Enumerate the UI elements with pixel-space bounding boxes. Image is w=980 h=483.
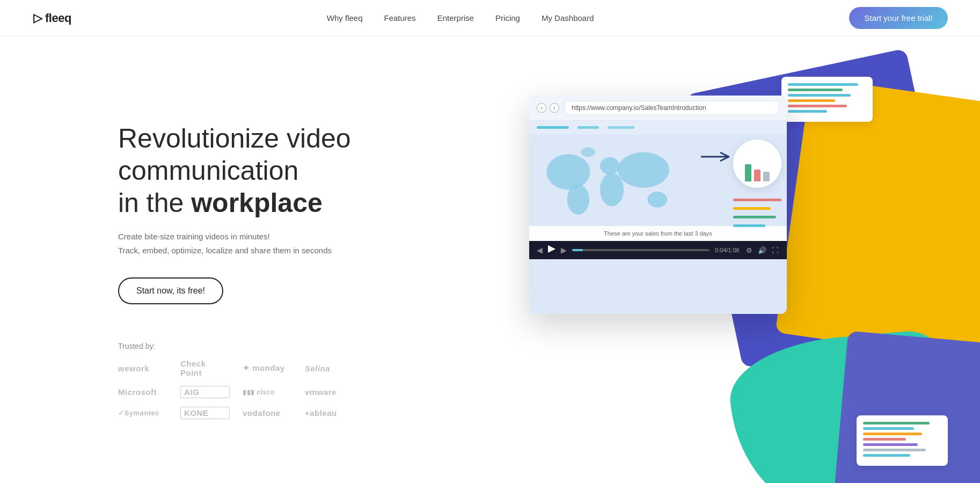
code-line-6: [788, 110, 827, 113]
bar-chart-circle: [733, 140, 781, 188]
world-map-area: [529, 134, 787, 225]
progress-bar[interactable]: [572, 249, 710, 251]
svg-point-4: [618, 152, 669, 187]
video-controls: ◀ ▶ 0:04/1:06 ⚙ 🔊 ⛶: [529, 241, 787, 259]
logo-checkpoint: Check Point: [180, 359, 230, 377]
logo-microsoft: Microsoft: [118, 386, 167, 398]
text-line-3: [733, 216, 776, 218]
nav-my-dashboard[interactable]: My Dashboard: [542, 13, 594, 23]
logo-kone: KONE: [180, 407, 230, 419]
play-triangle: [548, 245, 555, 253]
fullscreen-icon[interactable]: ⛶: [771, 246, 779, 254]
logo[interactable]: ▷ fleeq: [32, 11, 71, 25]
svg-point-2: [600, 157, 620, 174]
next-icon[interactable]: ▶: [561, 246, 567, 254]
code-line-3: [788, 94, 851, 97]
browser-back-btn[interactable]: ‹: [537, 103, 546, 113]
logo-selina: Selina: [305, 359, 354, 377]
hero-cta-button[interactable]: Start now, its free!: [118, 277, 223, 304]
progress-fill: [572, 249, 583, 251]
bg-shape-purple: [833, 331, 980, 483]
nav-pricing[interactable]: Pricing: [495, 13, 520, 23]
svg-point-1: [567, 185, 589, 215]
map-arrow-container: [701, 150, 733, 165]
browser-mockup: ‹ › https://www.company.io/SalesTeamIntr…: [529, 96, 787, 314]
browser-tab-2: [577, 126, 599, 129]
hero-text-block: Revolutionize video communication in the…: [118, 79, 451, 419]
nav-why-fleeq[interactable]: Why fleeq: [327, 13, 363, 23]
caption-text: These are your sales from the last 3 day…: [604, 230, 712, 237]
text-line-1: [733, 199, 781, 201]
text-line-2: [733, 207, 771, 210]
code-line-b1: [863, 422, 930, 425]
volume-icon[interactable]: 🔊: [758, 246, 766, 254]
nav-features[interactable]: Features: [384, 13, 416, 23]
time-display: 0:04/1:06: [715, 247, 740, 253]
code-line-b7: [863, 454, 910, 457]
logo-icon: ▷: [32, 13, 43, 24]
caption-bar: These are your sales from the last 3 day…: [529, 225, 787, 241]
text-line-4: [733, 224, 765, 227]
svg-point-3: [600, 173, 624, 206]
logo-cisco: ▮▮▮ cisco: [243, 386, 292, 398]
trusted-label: Trusted by:: [118, 342, 451, 350]
bar-pink: [754, 170, 760, 181]
play-icon[interactable]: [548, 245, 555, 255]
code-line-b4: [863, 438, 906, 441]
nav-enterprise[interactable]: Enterprise: [437, 13, 474, 23]
hero-title-bold: workplace: [191, 188, 323, 218]
bg-shape-blue: [685, 48, 964, 368]
nav-links: Why fleeq Features Enterprise Pricing My…: [327, 13, 594, 23]
code-line-2: [788, 89, 843, 91]
prev-icon[interactable]: ◀: [537, 246, 543, 254]
logo-monday: ✦ monday: [243, 359, 292, 377]
logo-aig: AIG: [180, 386, 230, 398]
browser-url-bar[interactable]: https://www.company.io/SalesTeamIntroduc…: [565, 101, 779, 115]
code-line-b6: [863, 449, 926, 451]
time-total: 1:06: [728, 247, 740, 253]
code-line-4: [788, 99, 835, 102]
svg-point-6: [581, 148, 596, 157]
browser-forward-btn[interactable]: ›: [550, 103, 559, 113]
hero-subtitle-line1: Create bite-size training videos in minu…: [118, 232, 270, 241]
browser-nav-buttons: ‹ ›: [537, 103, 559, 113]
browser-bar: ‹ › https://www.company.io/SalesTeamIntr…: [529, 96, 787, 121]
arrow-icon: [701, 150, 733, 163]
code-line-b2: [863, 427, 914, 430]
bg-shape-green: [726, 327, 966, 483]
logo-symantec: ✓Symantec: [118, 407, 167, 419]
trusted-by-section: Trusted by: wework Check Point ✦ monday …: [118, 342, 451, 419]
hero-section: Revolutionize video communication in the…: [0, 36, 980, 483]
logo-wework: wework: [118, 359, 167, 377]
browser-tab-1: [537, 126, 569, 129]
code-line-b3: [863, 433, 922, 435]
hero-title-line1: Revolutionize video communication: [118, 123, 351, 186]
logos-grid: wework Check Point ✦ monday Selina Micro…: [118, 359, 354, 419]
svg-point-5: [647, 192, 667, 207]
hero-visual: ‹ › https://www.company.io/SalesTeamIntr…: [497, 36, 980, 483]
code-card-top: [781, 77, 873, 122]
settings-icon[interactable]: ⚙: [745, 246, 754, 254]
ctrl-icons: ⚙ 🔊 ⛶: [745, 246, 779, 254]
svg-point-0: [546, 154, 590, 189]
browser-tab-3: [608, 126, 634, 129]
bg-shape-yellow: [775, 77, 980, 361]
hero-subtitle-line2: Track, embed, optimize, localize and sha…: [118, 246, 332, 255]
hero-title-line2: in the: [118, 188, 191, 218]
code-line-5: [788, 105, 847, 107]
logo-text: fleeq: [45, 11, 71, 25]
bar-gray: [763, 172, 770, 181]
nav-cta-button[interactable]: Start your free trial!: [849, 7, 948, 29]
code-line-b5: [863, 443, 918, 446]
code-card-bottom: [857, 415, 948, 466]
browser-content: These are your sales from the last 3 day…: [529, 121, 787, 314]
logo-tableau: +ableau: [305, 407, 354, 419]
logo-vmware: vmware: [305, 386, 354, 398]
navbar: ▷ fleeq Why fleeq Features Enterprise Pr…: [0, 0, 980, 36]
world-map-svg: [537, 140, 687, 220]
hero-title: Revolutionize video communication in the…: [118, 122, 429, 219]
hero-subtitle: Create bite-size training videos in minu…: [118, 230, 451, 257]
time-current: 0:04: [715, 247, 726, 253]
logo-vodafone: vodafone: [243, 407, 292, 419]
text-lines-container: [733, 199, 781, 230]
